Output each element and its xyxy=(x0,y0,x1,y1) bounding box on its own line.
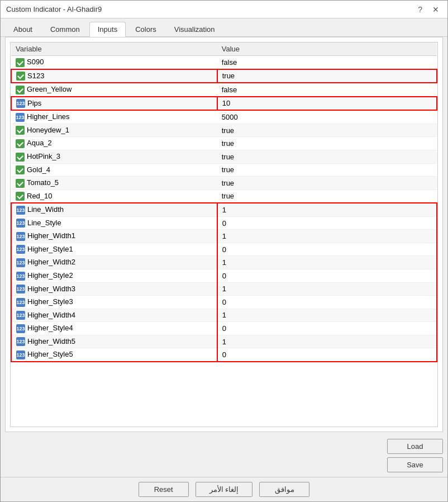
value-cell: false xyxy=(217,83,437,97)
title-bar: Custom Indicator - Al-Ghadir9 ? ✕ xyxy=(1,1,447,18)
table-row[interactable]: Red_10true xyxy=(11,190,437,203)
num-icon: 123 xyxy=(16,219,25,228)
variable-cell: 123Pips xyxy=(11,97,217,111)
value-cell: true xyxy=(217,124,437,137)
table-row[interactable]: Tomato_5true xyxy=(11,177,437,190)
value-cell: 1 xyxy=(217,335,437,348)
help-button[interactable]: ? xyxy=(415,4,425,15)
table-row[interactable]: 123Higher_Lines5000 xyxy=(11,110,437,124)
value-cell: 1 xyxy=(217,309,437,322)
variable-cell: Honeydew_1 xyxy=(11,124,217,137)
variable-cell: 123Line_Width xyxy=(11,203,217,216)
value-cell: true xyxy=(217,177,437,190)
table-row[interactable]: 123Higher_Style20 xyxy=(11,269,437,283)
value-cell: 0 xyxy=(217,216,437,230)
num-icon: 123 xyxy=(16,113,25,122)
table-row[interactable]: Honeydew_1true xyxy=(11,124,437,137)
load-button[interactable]: Load xyxy=(387,439,443,454)
value-cell: true xyxy=(217,190,437,203)
table-container: Variable Value S090falseS123trueGreen_Ye… xyxy=(10,42,438,427)
table-row[interactable]: 123Pips10 xyxy=(11,97,437,111)
value-cell: 5000 xyxy=(217,110,437,124)
table-row[interactable]: S123true xyxy=(11,69,437,83)
tab-about[interactable]: About xyxy=(5,22,41,36)
bool-icon xyxy=(16,179,25,188)
table-row[interactable]: 123Higher_Style40 xyxy=(11,322,437,335)
variable-cell: 123Higher_Lines xyxy=(11,110,217,124)
table-row[interactable]: 123Higher_Width51 xyxy=(11,335,437,348)
value-cell: 0 xyxy=(217,322,437,335)
variable-cell: Red_10 xyxy=(11,190,217,203)
bool-icon xyxy=(16,165,25,174)
variable-cell: S123 xyxy=(11,69,217,83)
tab-common[interactable]: Common xyxy=(42,22,88,36)
num-icon: 123 xyxy=(16,351,25,359)
num-icon: 123 xyxy=(16,232,25,241)
table-row[interactable]: 123Line_Style0 xyxy=(11,216,437,230)
close-button[interactable]: ✕ xyxy=(430,4,442,15)
tab-colors[interactable]: Colors xyxy=(127,22,165,36)
table-row[interactable]: 123Higher_Width11 xyxy=(11,230,437,243)
variable-cell: 123Higher_Width2 xyxy=(11,256,217,269)
value-cell: true xyxy=(217,137,437,150)
table-row[interactable]: 123Higher_Width31 xyxy=(11,282,437,296)
bool-icon xyxy=(16,72,25,80)
table-row[interactable]: HotPink_3true xyxy=(11,150,437,163)
value-cell: 10 xyxy=(217,97,437,111)
bool-icon xyxy=(16,126,25,135)
value-cell: 1 xyxy=(217,282,437,296)
num-icon: 123 xyxy=(16,324,25,333)
variable-cell: Gold_4 xyxy=(11,163,217,177)
bottom-area: Load Save xyxy=(1,437,447,477)
num-icon: 123 xyxy=(16,311,25,320)
value-cell: 0 xyxy=(217,243,437,256)
content-area: Variable Value S090falseS123trueGreen_Ye… xyxy=(5,37,443,432)
table-row[interactable]: Gold_4true xyxy=(11,163,437,177)
variable-cell: 123Higher_Style2 xyxy=(11,269,217,283)
variable-cell: 123Higher_Width4 xyxy=(11,309,217,322)
bool-icon xyxy=(16,139,25,148)
col-variable: Variable xyxy=(11,42,217,56)
reset-button[interactable]: Reset xyxy=(139,482,189,497)
tab-bar: AboutCommonInputsColorsVisualization xyxy=(1,18,447,37)
table-row[interactable]: S090false xyxy=(11,56,437,69)
variable-cell: Tomato_5 xyxy=(11,177,217,190)
bool-icon xyxy=(16,192,25,201)
table-row[interactable]: 123Higher_Width41 xyxy=(11,309,437,322)
tab-inputs[interactable]: Inputs xyxy=(89,22,126,37)
table-row[interactable]: 123Line_Width1 xyxy=(11,203,437,216)
save-button[interactable]: Save xyxy=(387,457,443,472)
variable-cell: Aqua_2 xyxy=(11,137,217,150)
col-value: Value xyxy=(217,42,437,56)
num-icon: 123 xyxy=(16,206,25,215)
value-cell: true xyxy=(217,69,437,83)
num-icon: 123 xyxy=(16,272,25,281)
num-icon: 123 xyxy=(16,298,25,307)
title-controls: ? ✕ xyxy=(415,4,442,15)
table-body: S090falseS123trueGreen_Yellowfalse123Pip… xyxy=(11,56,437,362)
num-icon: 123 xyxy=(16,258,25,267)
ok-button[interactable]: موافق xyxy=(259,482,309,497)
bool-icon xyxy=(16,86,25,94)
main-window: Custom Indicator - Al-Ghadir9 ? ✕ AboutC… xyxy=(0,0,448,502)
tab-visualization[interactable]: Visualization xyxy=(166,22,223,36)
variable-cell: HotPink_3 xyxy=(11,150,217,163)
cancel-button[interactable]: إلغاء الأمر xyxy=(196,482,253,497)
table-row[interactable]: 123Higher_Style30 xyxy=(11,296,437,309)
inputs-table: Variable Value S090falseS123trueGreen_Ye… xyxy=(11,42,437,362)
table-row[interactable]: 123Higher_Style50 xyxy=(11,348,437,362)
value-cell: 0 xyxy=(217,348,437,362)
table-row[interactable]: 123Higher_Width21 xyxy=(11,256,437,269)
num-icon: 123 xyxy=(16,99,25,108)
value-cell: 0 xyxy=(217,296,437,309)
num-icon: 123 xyxy=(16,337,25,346)
variable-cell: 123Higher_Style4 xyxy=(11,322,217,335)
value-cell: true xyxy=(217,163,437,177)
table-row[interactable]: 123Higher_Style10 xyxy=(11,243,437,256)
value-cell: 0 xyxy=(217,269,437,283)
table-row[interactable]: Aqua_2true xyxy=(11,137,437,150)
table-row[interactable]: Green_Yellowfalse xyxy=(11,83,437,97)
value-cell: false xyxy=(217,56,437,69)
variable-cell: 123Higher_Width1 xyxy=(11,230,217,243)
variable-cell: 123Line_Style xyxy=(11,216,217,230)
